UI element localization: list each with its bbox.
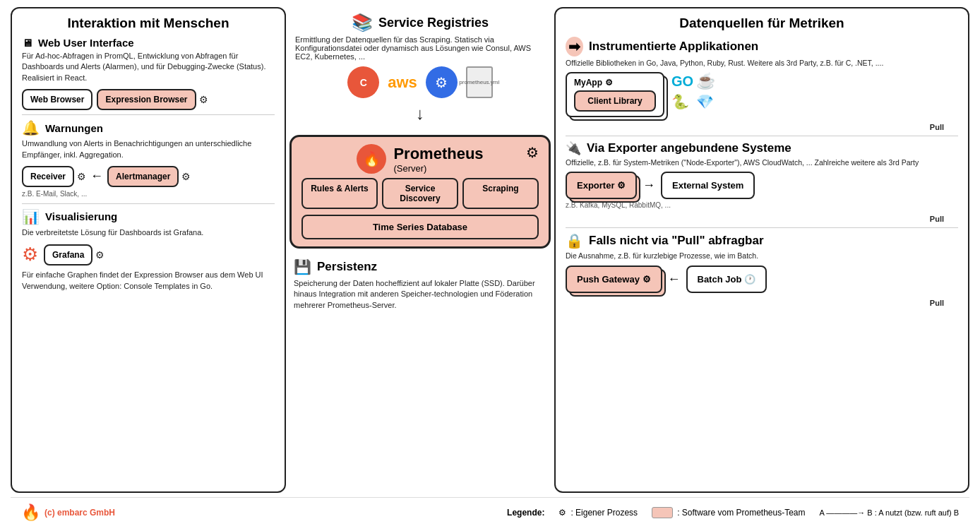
middle-panel: 📚 Service Registries Ermittlung der Date… xyxy=(286,7,554,493)
arrow-left-icon: ← xyxy=(90,169,103,184)
python-lang-icon: 🐍 xyxy=(671,93,693,110)
service-registries-desc: Ermittlung der Datenquellen für das Scra… xyxy=(295,35,545,61)
myapp-gear-icon: ⚙ xyxy=(605,78,613,88)
visualization-desc: Die verbreitetste Lösung für Dashboards … xyxy=(22,227,275,238)
prometheus-flame-icon: 🔥 xyxy=(357,144,386,174)
prometheus-subtitle: (Server) xyxy=(393,163,483,174)
language-logos: GO ☕ 🐍 💎 xyxy=(671,72,718,110)
client-library-box: Client Library xyxy=(574,90,656,112)
batch-job-box: Batch Job 🕐 xyxy=(686,266,767,293)
pull-label-3: Pull xyxy=(566,299,958,307)
external-system-box: External System xyxy=(661,172,755,199)
pull-label-1: Pull xyxy=(566,123,958,131)
embarc-flame-icon: 🔥 xyxy=(21,503,40,522)
consul-logo: C xyxy=(347,66,379,98)
right-panel-title: Datenquellen für Metriken xyxy=(566,16,958,31)
plug-icon: 🔌 xyxy=(566,141,581,156)
lock-icon: 🔒 xyxy=(566,232,583,249)
exporter-box: Exporter ⚙ xyxy=(566,172,637,199)
grafana-box: Grafana xyxy=(44,244,92,266)
exporter-stacked: Exporter ⚙ xyxy=(566,172,637,199)
logos-row: C aws ⚙ prometheus.yml xyxy=(295,66,545,98)
java-lang-icon: ☕ xyxy=(696,72,718,90)
web-ui-heading: Web User Interface xyxy=(38,37,134,49)
legend-gear-desc: : Eigener Prozess xyxy=(570,508,638,518)
receiver-gear-icon: ⚙ xyxy=(77,171,86,182)
myapp-wrapper: MyApp ⚙ Client Library xyxy=(566,72,664,117)
grafana-symbol-icon: ⚙ xyxy=(22,244,38,266)
grafana-gear-icon: ⚙ xyxy=(95,249,104,261)
consul-icon: C xyxy=(347,66,379,98)
expression-browser-box: Expression Browser xyxy=(97,89,196,110)
arrow-in-icon: ➡ xyxy=(566,37,583,56)
k8s-logo: ⚙ xyxy=(426,66,458,98)
visualization-footer: Für einfache Graphen findet der Expressi… xyxy=(22,270,275,292)
push-gateway-row: Push Gateway ⚙ ← Batch Job 🕐 xyxy=(566,266,958,293)
legend-label: Legende: xyxy=(507,508,544,518)
legend-items: Legende: ⚙ : Eigener Prozess : Software … xyxy=(507,507,959,518)
scraping-box: Scraping xyxy=(462,178,539,209)
pull-not-possible-section: 🔒 Falls nicht via "Pull" abfragbar Die A… xyxy=(566,232,958,292)
embarc-logo: 🔥 (c) embarc GmbH xyxy=(21,503,115,522)
prometheus-inner-row: Rules & Alerts Service Discovery Scrapin… xyxy=(301,178,539,209)
web-browser-box: Web Browser xyxy=(22,89,92,110)
prometheus-title: Prometheus xyxy=(393,145,483,163)
web-ui-desc: Für Ad-hoc-Abfragen in PromQL, Entwicklu… xyxy=(22,51,275,83)
visualization-section: 📊 Visualisierung Die verbreitetste Lösun… xyxy=(22,208,275,292)
instrumented-section: ➡ Instrumentierte Applikationen Offiziel… xyxy=(566,37,958,117)
prometheus-gear-icon: ⚙ xyxy=(526,144,539,161)
push-gateway-stacked: Push Gateway ⚙ xyxy=(566,266,662,293)
instrumented-desc: Offizielle Bibliotheken in Go, Java, Pyt… xyxy=(566,58,958,68)
diagram-area: Interaktion mit Menschen 🖥 Web User Inte… xyxy=(11,7,969,493)
grafana-row: ⚙ Grafana ⚙ xyxy=(22,244,275,266)
exporter-title: 🔌 Via Exporter angebundene Systeme xyxy=(566,141,958,156)
persistenz-desc: Speicherung der Daten hocheffizient auf … xyxy=(294,278,546,311)
instrumented-content: MyApp ⚙ Client Library GO ☕ 🐍 xyxy=(566,72,958,117)
web-ui-header: 🖥 Web User Interface xyxy=(22,37,275,49)
push-gateway-gear-icon: ⚙ xyxy=(643,274,651,285)
exporter-boxes-row: Exporter ⚙ → External System xyxy=(566,172,958,199)
alertmanager-row: Receiver ⚙ ← Alertmanager ⚙ xyxy=(22,166,275,187)
legend-gear-item: ⚙ : Eigener Prozess xyxy=(558,508,638,518)
warnungen-heading: Warnungen xyxy=(45,122,103,134)
pull-not-possible-title: 🔒 Falls nicht via "Pull" abfragbar xyxy=(566,232,958,249)
warnungen-header: 🔔 Warnungen xyxy=(22,119,275,136)
legend-pink-desc: : Software vom Prometheus-Team xyxy=(677,508,805,518)
pull-not-possible-desc: Die Ausnahme, z.B. für kurzlebige Prozes… xyxy=(566,251,958,261)
warnungen-desc: Umwandlung von Alerts in Benachrichtigun… xyxy=(22,138,275,160)
push-gateway-box-front: Push Gateway ⚙ xyxy=(566,266,662,293)
bottom-legend: 🔥 (c) embarc GmbH Legende: ⚙ : Eigener P… xyxy=(11,497,969,527)
aws-logo: aws xyxy=(388,73,417,92)
book-icon: 📚 xyxy=(352,13,373,32)
prometheus-yml-logo: prometheus.yml xyxy=(466,66,493,98)
legend-pink-box xyxy=(652,507,673,518)
prometheus-header: 🔥 Prometheus (Server) xyxy=(301,144,539,174)
myapp-title: MyApp ⚙ xyxy=(574,78,656,88)
timeseries-box: Time Series Database xyxy=(301,215,539,239)
main-container: Interaktion mit Menschen 🖥 Web User Inte… xyxy=(0,0,980,531)
right-panel: Datenquellen für Metriken ➡ Instrumentie… xyxy=(554,7,969,493)
legend-arrow-item: A ————→ B : A nutzt (bzw. ruft auf) B xyxy=(820,508,959,517)
left-panel-title: Interaktion mit Menschen xyxy=(22,16,275,31)
alertmanager-subtext: z.B. E-Mail, Slack, ... xyxy=(22,190,275,198)
visualization-heading: Visualisierung xyxy=(45,210,117,222)
prometheus-server-box: ⚙ 🔥 Prometheus (Server) Rules & Alerts xyxy=(289,135,551,249)
receiver-box: Receiver xyxy=(22,166,74,187)
persistenz-box: 💾 Persistenz Speicherung der Daten hoche… xyxy=(289,254,551,315)
hdd-icon: 💾 xyxy=(294,258,311,275)
embarc-text: (c) embarc GmbH xyxy=(44,508,115,518)
instrumented-title: ➡ Instrumentierte Applikationen xyxy=(566,37,958,56)
exporter-section: 🔌 Via Exporter angebundene Systeme Offiz… xyxy=(566,141,958,209)
expression-gear-icon: ⚙ xyxy=(199,94,208,105)
browser-row: Web Browser Expression Browser ⚙ xyxy=(22,89,275,110)
pull-label-2: Pull xyxy=(566,215,958,223)
arrow-right-to-external: → xyxy=(643,178,655,193)
rules-alerts-box: Rules & Alerts xyxy=(301,178,378,209)
visualization-header: 📊 Visualisierung xyxy=(22,208,275,225)
exporter-gear-icon: ⚙ xyxy=(617,180,626,191)
alertmanager-gear-icon: ⚙ xyxy=(181,171,191,182)
chart-icon: 📊 xyxy=(22,208,40,225)
monitor-icon: 🖥 xyxy=(22,37,32,49)
go-lang-icon: GO xyxy=(671,73,693,90)
arrow-down-to-prometheus: ↓ xyxy=(295,104,545,124)
